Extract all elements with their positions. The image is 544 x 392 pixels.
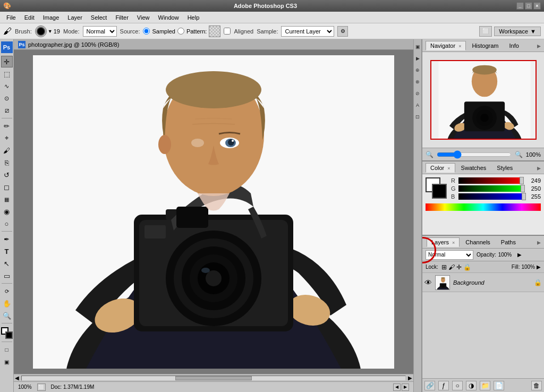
tab-color[interactable]: Color × [426,163,455,173]
fill-arrow[interactable]: ▶ [537,264,541,270]
lock-position-btn[interactable]: ✛ [456,263,462,271]
rt-text-btn[interactable]: A [414,100,421,110]
sample-select[interactable]: Current Layer All Layers [281,26,334,37]
menu-edit[interactable]: Edit [20,13,39,22]
menu-view[interactable]: View [133,13,154,22]
workspace-icon-btn[interactable]: ⬜ [479,26,492,37]
menu-help[interactable]: Help [183,13,204,22]
rt-transform-btn[interactable]: ⊕ [414,65,421,75]
layer-row[interactable]: 👁 [422,273,544,292]
menu-filter[interactable]: Filter [111,13,132,22]
workspace-button[interactable]: Workspace ▼ [494,27,541,36]
scroll-end-btn[interactable]: ▶ [402,384,409,391]
layer-style-btn[interactable]: ƒ [438,381,449,390]
blend-mode-select[interactable]: Normal Multiply Screen Overlay [426,250,473,260]
tab-paths[interactable]: Paths [496,237,521,247]
tool-dodge[interactable]: ○ [1,218,13,229]
color-panel-options[interactable]: ▸ [537,164,541,172]
rt-3d-btn[interactable]: ⊡ [414,112,421,122]
tool-gradient[interactable]: ▦ [1,193,13,205]
layer-mask-btn[interactable]: ○ [452,381,463,390]
tool-hand[interactable]: ✋ [1,297,13,309]
menu-file[interactable]: File [2,13,20,22]
lock-all-btn[interactable]: 🔒 [463,263,471,271]
tool-heal-brush[interactable]: ⌖ [1,132,13,144]
brush-dropdown-arrow[interactable]: ▼ [48,29,53,34]
tool-screen-mode[interactable]: ▣ [1,356,13,368]
navigator-panel-options[interactable]: ▸ [537,41,541,50]
tab-navigator[interactable]: Navigator × [426,41,466,50]
zoom-in-icon[interactable]: 🔍 [515,151,523,158]
tool-eraser[interactable]: ◻ [1,181,13,193]
tool-edit-mode[interactable]: □ [1,344,13,355]
menu-layer[interactable]: Layer [63,13,87,22]
tool-blur[interactable]: ◉ [1,206,13,217]
tab-histogram[interactable]: Histogram [467,41,503,50]
tool-crop[interactable]: ⧄ [1,105,13,116]
rt-note-btn[interactable]: ⊘ [414,88,421,99]
scrollbar-thumb[interactable] [175,376,252,380]
layer-new-btn[interactable]: 📄 [494,381,504,390]
tab-swatches[interactable]: Swatches [456,163,491,173]
brush-preview[interactable] [35,25,47,37]
tool-zoom[interactable]: 🔍 [1,310,13,321]
horizontal-scrollbar[interactable]: ◀ ▶ [14,374,413,381]
fg-bg-colors[interactable] [1,327,13,339]
tool-path-select[interactable]: ↖ [1,258,13,269]
tool-eyedropper[interactable]: ✏ [1,120,13,132]
color-swatches[interactable] [426,177,447,199]
aligned-checkbox[interactable] [224,28,231,35]
tool-shape[interactable]: ▭ [1,270,13,282]
g-slider-thumb[interactable] [521,185,525,192]
opacity-arrow[interactable]: ▶ [517,252,522,258]
tab-info[interactable]: Info [505,41,524,50]
layer-link-btn[interactable]: 🔗 [424,381,435,390]
lock-transparent-btn[interactable]: ⊞ [441,263,447,271]
tab-styles[interactable]: Styles [492,163,517,173]
layers-panel-options[interactable]: ▸ [537,238,541,246]
tool-brush[interactable]: 🖌 [1,144,13,156]
tool-move[interactable]: ✛ [1,56,13,67]
sample-options-btn[interactable]: ⚙ [337,26,348,37]
tab-channels[interactable]: Channels [461,237,495,247]
layer-fill-btn[interactable]: ◑ [466,381,477,390]
pattern-radio[interactable] [177,28,184,35]
pattern-swatch[interactable] [209,25,220,37]
layer-visibility-icon[interactable]: 👁 [424,278,432,287]
maximize-button[interactable]: □ [525,2,532,10]
mode-select[interactable]: Normal Multiply Screen [83,26,117,37]
minimize-button[interactable]: _ [516,2,524,10]
rt-measure-btn[interactable]: ⊗ [414,76,421,87]
close-button[interactable]: × [533,2,541,10]
tool-type[interactable]: T [1,245,13,257]
scroll-begin-btn[interactable]: ◀ [393,384,401,391]
color-spectrum-bar[interactable] [426,203,541,211]
b-slider-thumb[interactable] [522,193,526,200]
zoom-out-icon[interactable]: 🔍 [426,151,434,158]
layer-delete-btn[interactable]: 🗑 [531,381,542,390]
tool-marquee[interactable]: ⬚ [1,68,13,80]
rt-palette-btn[interactable]: ▣ [414,41,421,52]
menu-select[interactable]: Select [87,13,112,22]
menu-image[interactable]: Image [39,13,64,22]
canvas-content[interactable] [14,50,413,374]
zoom-info-btn[interactable]: ⬜ [37,384,46,391]
lock-image-btn[interactable]: 🖌 [448,263,455,271]
layer-group-btn[interactable]: 📁 [480,381,490,390]
menu-window[interactable]: Window [154,13,183,22]
tool-lasso[interactable]: ∿ [1,80,13,92]
sampled-radio[interactable] [143,28,150,35]
tool-history-brush[interactable]: ↺ [1,169,13,181]
scroll-left-btn[interactable]: ◀ [15,375,19,381]
background-swatch[interactable] [432,184,447,199]
zoom-slider[interactable] [437,150,512,159]
tool-pen[interactable]: ✒ [1,233,13,245]
tool-quick-select[interactable]: ⊙ [1,92,13,104]
scroll-right-btn[interactable]: ▶ [408,375,412,381]
tool-clone-stamp[interactable]: ⎘ [1,157,13,168]
tab-layers[interactable]: Layers × [427,237,460,247]
canvas-tab[interactable]: Ps photographer.jpg @ 100% (RGB/8) [14,39,413,50]
rt-play-btn[interactable]: ▶ [414,53,421,64]
scrollbar-track[interactable] [21,376,406,381]
background-color[interactable] [5,331,13,339]
